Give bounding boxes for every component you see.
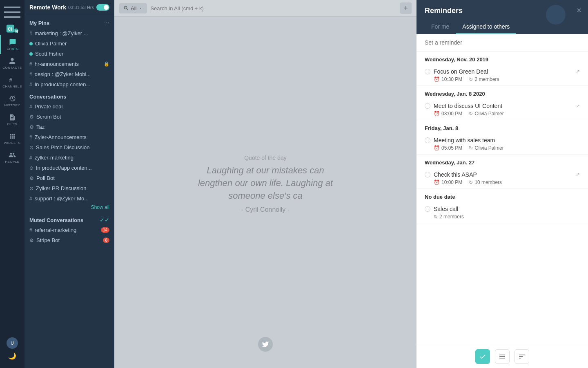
conv-sales-pitch[interactable]: ⊙ Sales Pitch Discussion	[24, 142, 114, 153]
svg-text:#: #	[9, 77, 13, 83]
cliq-logo: Cl iq	[4, 22, 20, 35]
conv-taz[interactable]: ⚙ Taz	[24, 122, 114, 132]
search-filter-button[interactable]: All	[119, 3, 147, 13]
external-link-icon[interactable]: ↗	[576, 172, 580, 177]
nav-channels[interactable]: # CHANNELS	[0, 73, 24, 92]
conv-private-deal[interactable]: # Private deal	[24, 101, 114, 112]
workspace-header: Remote Work 03:31:53 Hrs	[24, 0, 114, 15]
nav-widgets[interactable]: WIDGETS	[0, 129, 24, 148]
reminder-checkbox-5[interactable]	[425, 206, 430, 212]
external-link-icon[interactable]: ↗	[576, 69, 580, 74]
my-pins-section: My Pins ···	[24, 15, 114, 28]
new-message-button[interactable]: +	[400, 2, 412, 14]
bot-icon: ⚙	[29, 175, 34, 181]
sort-button[interactable]	[514, 349, 529, 364]
hash-icon: #	[29, 196, 32, 202]
bot-icon: ⚙	[29, 114, 34, 120]
date-header-3: Friday, Jan. 8	[416, 120, 588, 134]
left-navigation: Cl iq CHATS CONTACTS # CHANNELS HISTORY …	[0, 0, 24, 368]
hamburger-button[interactable]	[4, 4, 20, 20]
muted-referral[interactable]: # referral-marketing 14	[24, 225, 114, 235]
online-indicator	[29, 52, 33, 56]
pin-marketing[interactable]: # marketing : @Zylker ...	[24, 28, 114, 38]
group-icon: ⊙	[29, 165, 33, 171]
external-link-icon[interactable]: ↗	[576, 103, 580, 109]
reminder-checkbox-3[interactable]	[425, 137, 430, 143]
workspace-name: Remote Work	[29, 4, 66, 11]
svg-rect-0	[4, 7, 20, 8]
quote-display: Quote of the day Laughing at our mistake…	[190, 155, 341, 213]
conv-zylker-marketing[interactable]: # zylker-marketing	[24, 153, 114, 163]
moon-icon[interactable]: 🌙	[8, 352, 16, 360]
conv-support[interactable]: # support : @Zyker Mo...	[24, 193, 114, 204]
conv-zyler-ann[interactable]: # Zyler-Announcements	[24, 132, 114, 142]
reminders-avatar	[546, 5, 566, 25]
reminder-checkbox-2[interactable]	[425, 103, 430, 109]
hash-icon: #	[29, 155, 32, 161]
muted-section: Muted Conversations ✓✓	[24, 213, 114, 225]
muted-stripe[interactable]: ⚙ Stripe Bot 8	[24, 235, 114, 245]
reminder-item-3: Meeting with sales team ⏰ 05:05 PM ↻ Oli…	[416, 134, 588, 155]
conversations-label: Conversations	[29, 94, 66, 100]
sidebar: Remote Work 03:31:53 Hrs My Pins ··· # m…	[24, 0, 114, 368]
conv-in-product[interactable]: ⊙ In product/app conten...	[24, 163, 114, 173]
reminders-close-button[interactable]: ×	[577, 6, 581, 15]
hash-icon: #	[29, 104, 32, 110]
pin-olivia[interactable]: Olivia Palmer	[24, 38, 114, 49]
pin-hr[interactable]: # hr-announcements 🔒	[24, 59, 114, 69]
clock-icon: ⏰	[434, 180, 440, 185]
tab-assigned-to-others[interactable]: Assigned to others	[456, 20, 516, 34]
toggle-switch[interactable]	[96, 4, 109, 11]
lock-icon: 🔒	[104, 61, 109, 67]
svg-rect-1	[4, 11, 20, 13]
bot-icon: ⚙	[29, 124, 34, 130]
user-avatar[interactable]: U	[7, 337, 18, 349]
tab-for-me[interactable]: For me	[425, 20, 456, 34]
members-icon: ↻	[469, 111, 473, 117]
conv-poll-bot[interactable]: ⚙ Poll Bot	[24, 173, 114, 183]
hash-icon: #	[29, 61, 32, 67]
group-icon: ⊙	[29, 145, 33, 150]
pin-scott[interactable]: Scott Fisher	[24, 49, 114, 59]
reminders-header: Reminders × For me Assigned to others	[416, 0, 588, 34]
reminder-item-4: Check this ASAP ↗ ⏰ 10:00 PM ↻ 10 member…	[416, 168, 588, 189]
reminder-input[interactable]	[425, 39, 580, 46]
hash-icon: #	[29, 227, 32, 233]
clock-icon: ⏰	[434, 111, 440, 117]
reminder-checkbox-4[interactable]	[425, 172, 430, 177]
my-pins-options[interactable]: ···	[104, 19, 109, 27]
online-indicator	[29, 42, 33, 45]
date-header-2: Wednesday, Jan. 8 2020	[416, 86, 588, 99]
members-icon: ↻	[434, 214, 438, 220]
clock-icon: ⏰	[434, 145, 440, 151]
nav-people[interactable]: PEOPLE	[0, 148, 24, 167]
muted-icon: ✓✓	[100, 217, 109, 223]
my-pins-label: My Pins	[29, 20, 49, 26]
reminder-item-1: Focus on Green Deal ↗ ⏰ 10:30 PM ↻ 2 mem…	[416, 65, 588, 86]
conv-zylker-pr[interactable]: ⊙ Zylker PR Discussion	[24, 183, 114, 193]
hash-icon: #	[29, 82, 32, 88]
main-content: All + Quote of the day Laughing at our m…	[114, 0, 416, 368]
search-input[interactable]	[150, 5, 397, 11]
nav-chats[interactable]: CHATS	[0, 35, 24, 54]
svg-rect-2	[4, 16, 20, 18]
nav-history[interactable]: HISTORY	[0, 92, 24, 110]
nav-contacts[interactable]: CONTACTS	[0, 54, 24, 73]
date-header-4: Wednesday, Jan. 27	[416, 155, 588, 168]
date-header-1: Wednesday, Nov. 20 2019	[416, 52, 588, 65]
show-all-link[interactable]: Show all	[24, 204, 114, 213]
unread-badge: 14	[101, 227, 109, 233]
filter-active-button[interactable]	[475, 349, 490, 364]
reminders-panel: Reminders × For me Assigned to others We…	[416, 0, 588, 368]
pin-design[interactable]: # design : @Zyker Mobi...	[24, 69, 114, 79]
nav-files[interactable]: FILES	[0, 110, 24, 129]
conv-scrum-bot[interactable]: ⚙ Scrum Bot	[24, 112, 114, 122]
pin-product[interactable]: # In product/app conten...	[24, 79, 114, 90]
reminder-item-2: Meet to discuss UI Content ↗ ⏰ 03:00 PM …	[416, 99, 588, 120]
bot-icon: ⚙	[29, 238, 34, 243]
reminder-checkbox-1[interactable]	[425, 69, 430, 74]
svg-text:iq: iq	[15, 29, 18, 33]
reminder-item-5: Sales call ↻ 2 members	[416, 202, 588, 223]
list-view-button[interactable]	[495, 349, 510, 364]
unread-badge: 8	[103, 238, 109, 243]
